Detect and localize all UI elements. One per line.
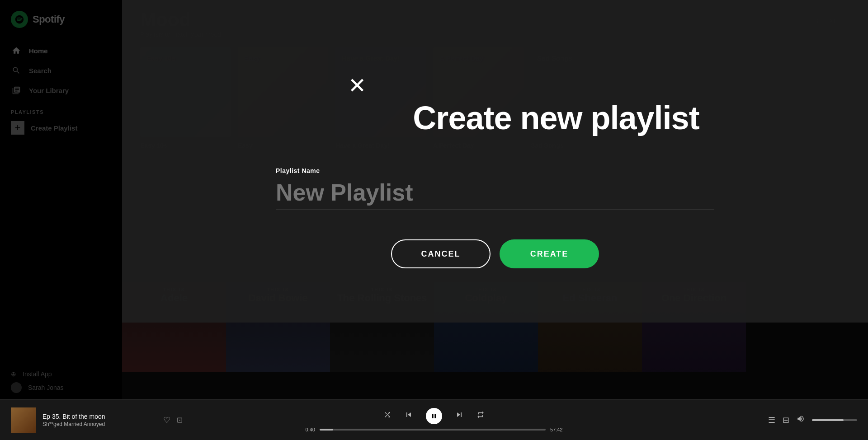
queue-icon[interactable]: ☰	[768, 415, 775, 425]
modal-buttons: CANCEL CREATE	[122, 239, 868, 268]
modal-title: Create new playlist	[244, 99, 868, 136]
progress-bar[interactable]	[320, 429, 546, 431]
repeat-button[interactable]	[476, 411, 485, 421]
cancel-button[interactable]: CANCEL	[391, 239, 491, 268]
volume-bar-fill	[812, 419, 844, 421]
progress-bar-fill	[320, 429, 333, 431]
modal-close-button[interactable]: ✕	[344, 72, 371, 99]
prev-button[interactable]	[404, 410, 413, 421]
playlist-name-section: Playlist Name	[276, 167, 714, 210]
playlist-name-input[interactable]	[276, 179, 714, 210]
total-time: 57:42	[550, 427, 563, 432]
create-button[interactable]: CREATE	[500, 239, 599, 268]
player-bar: Ep 35. Bit of the moon Sh**ged Married A…	[0, 399, 868, 440]
player-left: Ep 35. Bit of the moon Sh**ged Married A…	[11, 407, 183, 433]
playlist-name-label: Playlist Name	[276, 167, 714, 174]
pip-icon[interactable]: ⊡	[177, 416, 183, 424]
add-to-library-icon[interactable]: ♡	[163, 415, 170, 425]
volume-bar[interactable]	[812, 419, 857, 421]
player-track-name: Ep 35. Bit of the moon	[42, 413, 157, 420]
modal-overlay: ✕ Create new playlist Playlist Name CANC…	[0, 0, 868, 440]
volume-icon[interactable]	[797, 415, 805, 425]
player-right: ☰ ⊟	[685, 415, 857, 425]
player-track-info: Ep 35. Bit of the moon Sh**ged Married A…	[42, 413, 157, 427]
player-album-art	[11, 407, 36, 433]
current-time: 0:40	[306, 427, 315, 432]
next-button[interactable]	[455, 410, 464, 421]
modal-dialog: ✕ Create new playlist Playlist Name CANC…	[122, 0, 868, 323]
player-controls	[383, 408, 485, 424]
close-icon: ✕	[348, 75, 366, 97]
device-icon[interactable]: ⊟	[783, 415, 789, 425]
player-center: 0:40 57:42	[183, 408, 685, 432]
play-pause-button[interactable]	[426, 408, 442, 424]
progress-row: 0:40 57:42	[306, 427, 563, 432]
player-artist-name: Sh**ged Married Annoyed	[42, 421, 157, 427]
shuffle-button[interactable]	[383, 411, 392, 421]
